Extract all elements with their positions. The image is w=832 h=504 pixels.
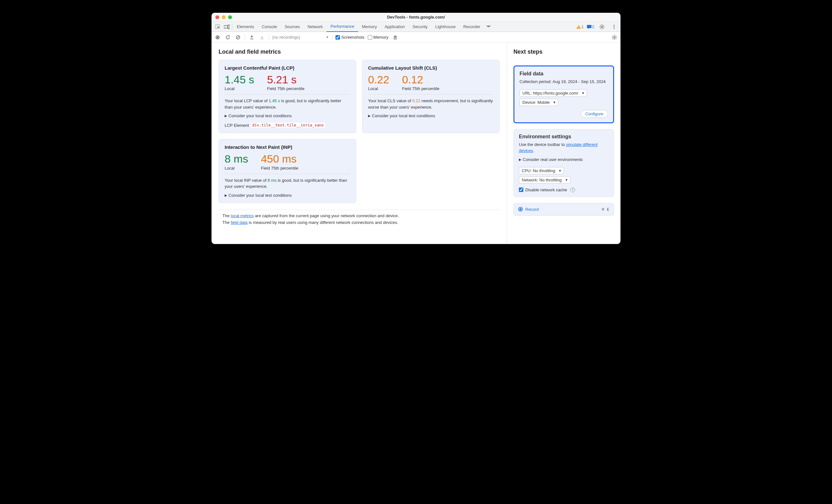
inp-expand[interactable]: Consider your local test conditions	[225, 193, 350, 198]
separator	[232, 24, 232, 30]
garbage-collect-icon[interactable]	[392, 35, 399, 39]
devtools-window: DevTools - fonts.google.com/ Elements Co…	[211, 13, 621, 244]
chevron-down-icon: ▼	[558, 169, 562, 173]
svg-rect-27	[395, 36, 396, 36]
lcp-field-value: 5.21 s	[267, 74, 305, 86]
side-panel: Next steps Field data Collection period:…	[507, 43, 621, 244]
lcp-local-value: 1.45 s	[225, 74, 254, 86]
record-icon[interactable]	[214, 35, 221, 39]
collection-period: Collection period: Aug 19, 2024 - Sep 15…	[520, 79, 608, 85]
inp-description: Your local INP value of 8 ms is good, bu…	[225, 177, 350, 190]
chevron-down-icon: ▼	[565, 178, 568, 182]
svg-line-14	[603, 25, 604, 26]
disable-cache-label: Disable network cache	[525, 187, 567, 192]
tab-sources[interactable]: Sources	[281, 22, 304, 32]
lcp-title: Largest Contentful Paint (LCP)	[225, 65, 350, 71]
svg-point-19	[217, 36, 218, 38]
cpu-select[interactable]: CPU: No throttling▼	[519, 167, 564, 175]
messages-badge[interactable]: 2	[587, 24, 594, 29]
inspect-element-icon[interactable]	[213, 22, 223, 31]
svg-point-16	[614, 26, 615, 27]
cls-field-value: 0.12	[402, 74, 439, 86]
url-select[interactable]: URL: https://fonts.google.com/▼	[520, 89, 587, 97]
separator	[332, 34, 332, 40]
settings-icon[interactable]	[597, 22, 606, 31]
screenshots-checkbox[interactable]: Screenshots	[336, 35, 364, 39]
lcp-element-label: LCP Element	[225, 123, 249, 128]
env-expand[interactable]: Consider real user environments	[519, 157, 609, 162]
inp-field-label: Field 75th percentile	[261, 166, 298, 170]
cls-title: Cumulative Layout Shift (CLS)	[368, 65, 494, 71]
tab-lighthouse[interactable]: Lighthouse	[431, 22, 460, 32]
tab-performance[interactable]: Performance	[327, 22, 358, 32]
reload-record-icon[interactable]	[224, 35, 231, 39]
env-desc: Use the device toolbar to simulate diffe…	[519, 141, 609, 154]
messages-count: 2	[592, 24, 594, 29]
device-select[interactable]: Device: Mobile▼	[520, 99, 558, 106]
separator	[269, 34, 269, 40]
disable-cache-checkbox[interactable]	[519, 187, 523, 192]
more-tabs-icon[interactable]	[484, 22, 493, 31]
environment-box: Environment settings Use the device tool…	[514, 129, 614, 197]
cls-card: Cumulative Layout Shift (CLS) 0.22 Local…	[362, 60, 500, 133]
svg-line-33	[613, 35, 613, 36]
lcp-field-label: Field 75th percentile	[267, 86, 305, 91]
tab-security[interactable]: Security	[409, 22, 431, 32]
tab-network[interactable]: Network	[304, 22, 327, 32]
device-toolbar-icon[interactable]	[223, 22, 231, 31]
content-area: Local and field metrics Largest Contentf…	[211, 43, 621, 244]
window-title: DevTools - fonts.google.com/	[387, 15, 445, 20]
svg-rect-1	[224, 26, 228, 28]
upload-icon[interactable]	[248, 35, 255, 39]
minimize-icon[interactable]	[222, 15, 226, 19]
field-data-link[interactable]: field data	[231, 220, 248, 225]
tab-console[interactable]: Console	[258, 22, 281, 32]
local-metrics-link[interactable]: local metrics	[231, 213, 254, 218]
memory-checkbox-input[interactable]	[368, 35, 372, 39]
warnings-badge[interactable]: 1	[576, 24, 584, 29]
tab-memory[interactable]: Memory	[358, 22, 381, 32]
lcp-expand[interactable]: Consider your local test conditions	[225, 113, 350, 118]
configure-button[interactable]: Configure	[580, 110, 608, 118]
kebab-menu-icon[interactable]	[609, 22, 619, 31]
chevron-down-icon: ▼	[581, 91, 585, 95]
record-box: Record ⌘ E	[514, 203, 614, 216]
footnote: The local metrics are captured from the …	[218, 210, 500, 231]
help-icon[interactable]: ?	[570, 187, 575, 192]
main-heading: Local and field metrics	[218, 49, 500, 55]
svg-line-21	[237, 36, 239, 38]
network-select[interactable]: Network: No throttling▼	[519, 176, 570, 184]
inp-local-label: Local	[225, 166, 248, 170]
svg-point-17	[614, 28, 615, 29]
svg-rect-5	[587, 25, 591, 28]
close-icon[interactable]	[215, 15, 219, 19]
recordings-select[interactable]: (no recordings) ▼	[272, 35, 329, 39]
tab-elements[interactable]: Elements	[233, 22, 258, 32]
tab-recorder[interactable]: Recorder	[460, 22, 484, 32]
svg-line-36	[616, 35, 616, 36]
inp-field-value: 450 ms	[261, 153, 298, 165]
record-button[interactable]: Record	[518, 207, 539, 212]
field-data-title: Field data	[520, 71, 608, 77]
clear-icon[interactable]	[235, 35, 241, 39]
svg-line-34	[616, 38, 616, 39]
svg-line-11	[600, 25, 601, 26]
memory-checkbox[interactable]: Memory	[368, 35, 389, 39]
titlebar: DevTools - fonts.google.com/	[211, 13, 621, 22]
message-icon	[587, 25, 591, 29]
download-icon	[259, 35, 265, 39]
cls-local-label: Local	[368, 86, 389, 91]
screenshots-checkbox-input[interactable]	[336, 35, 340, 39]
svg-point-28	[614, 36, 615, 38]
lcp-element-code[interactable]: div.tile__text.tile__inria_sans	[251, 123, 325, 128]
maximize-icon[interactable]	[228, 15, 232, 19]
tab-application[interactable]: Application	[381, 22, 409, 32]
cls-expand[interactable]: Consider your local test conditions	[368, 113, 494, 118]
svg-point-15	[614, 25, 615, 26]
chevron-down-icon: ▼	[326, 35, 329, 39]
inp-card: Interaction to Next Paint (INP) 8 ms Loc…	[218, 139, 356, 203]
warnings-count: 1	[581, 24, 584, 29]
inp-title: Interaction to Next Paint (INP)	[225, 144, 350, 150]
svg-line-12	[603, 28, 604, 28]
panel-settings-icon[interactable]	[611, 35, 618, 40]
